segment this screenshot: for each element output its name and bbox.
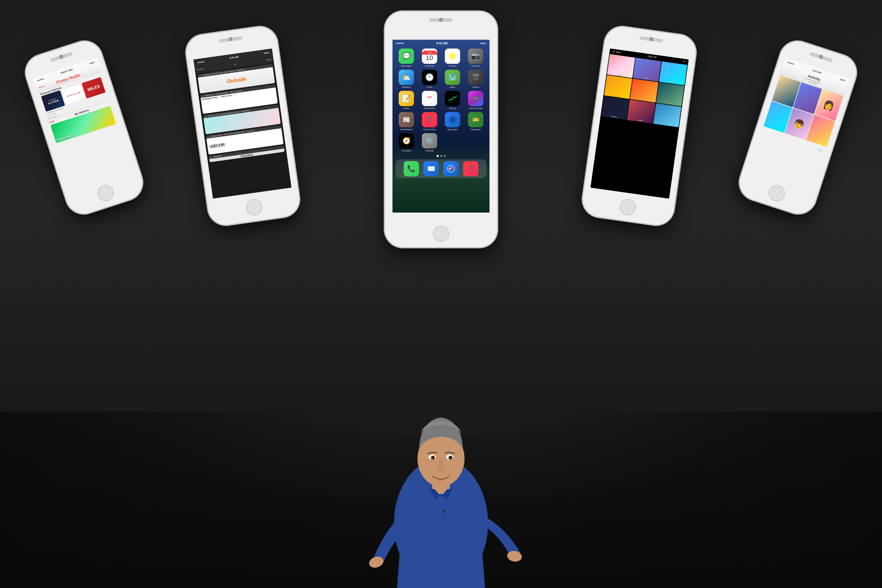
photo-city: Mono [607, 54, 635, 78]
notes-icon: 📝 [399, 91, 414, 106]
photo-night: Transfer [601, 96, 629, 120]
private-button[interactable]: Private [196, 68, 204, 71]
close-tab-outside[interactable]: ✕ [198, 75, 201, 78]
close-tab-decor[interactable]: ✕ [207, 136, 210, 140]
signal-far-right: ●●●●● [787, 61, 795, 65]
app-passbook[interactable]: 🎫 Passbook [465, 112, 486, 131]
settings-label: Settings [425, 149, 434, 152]
phone-body-center: ●●●●● 9:41 AM 100% 💬 Messages [385, 12, 497, 247]
app-calendar[interactable]: TUE 10 Calendar [419, 48, 440, 68]
app-camera[interactable]: 📷 Camera [465, 48, 486, 68]
photo-arch: Instant [627, 100, 656, 123]
decor-text: ≡DECOR [209, 142, 225, 149]
app-settings[interactable]: ⚙️ Settings [419, 133, 440, 152]
phone-center: ●●●●● 9:41 AM 100% 💬 Messages [385, 12, 497, 247]
svg-point-20 [432, 456, 434, 458]
passbook-label: Passbook [470, 128, 481, 131]
photo-golden: Fade [604, 75, 632, 99]
compass-label: Compass [401, 149, 411, 152]
phone-screen-far-left: ●●●●● Safari Tabs 100% iTunes Radio Hist… [33, 58, 134, 193]
page-dots [393, 154, 489, 158]
svg-point-21 [450, 456, 452, 458]
photos-label: Photos [449, 64, 456, 68]
hdr-label: HDR Off [647, 55, 657, 59]
stocks-icon [445, 91, 460, 106]
tonal-label: Tonal [644, 77, 648, 80]
home-button-far-left [95, 183, 116, 203]
gamecenter-icon: 🎮 [468, 91, 483, 106]
battery-near-left: 100% [264, 51, 269, 54]
phone-camera-center [439, 18, 443, 22]
app-reminders[interactable]: Reminders [419, 91, 440, 110]
page-dot-1 [440, 155, 442, 157]
dock-safari[interactable] [443, 161, 459, 176]
miles-label: MILES [87, 84, 100, 92]
app-notes[interactable]: 📝 Notes [396, 91, 417, 110]
new-tab-button[interactable]: + [233, 62, 236, 67]
stage: ●●●●● Safari Tabs 100% iTunes Radio Hist… [0, 0, 882, 588]
mono-label: Mono [618, 74, 622, 76]
dock-phone[interactable]: 📞 [404, 161, 419, 176]
presenter-figure [338, 323, 544, 588]
app-weather[interactable]: ⛅ Weather [396, 70, 417, 88]
fade-label: Fade [615, 94, 619, 97]
itunes-label: iTunes Store [423, 128, 436, 131]
calendar-icon: TUE 10 [422, 48, 437, 64]
calendar-label: Calendar [425, 64, 434, 68]
chrome-label: Chrome [640, 98, 646, 101]
noir-label: Noir [670, 81, 674, 83]
phone-far-left: ●●●●● Safari Tabs 100% iTunes Radio Hist… [21, 37, 146, 218]
app-clock[interactable]: 🕐 Clock [419, 70, 440, 88]
photo-ocean: Noir [659, 62, 687, 85]
phone-screen-near-right: ⚡ Auto HDR Off ⟳ Mono Tonal [590, 48, 688, 199]
newsstand-icon: 📰 [399, 112, 414, 127]
maps-icon: 🗺️ [445, 70, 460, 85]
page-dot-active [436, 155, 439, 157]
battery-far-left: 100% [89, 61, 95, 64]
app-appstore[interactable]: Ⓐ App Store [442, 112, 463, 131]
dummy [109, 102, 110, 105]
app-compass[interactable]: 🧭 Compass [396, 133, 417, 152]
home-button-near-right [619, 198, 637, 216]
dock-mail[interactable]: ✉️ [423, 161, 439, 176]
status-bar-center: ●●●●● 9:41 AM 100% [393, 40, 489, 47]
safari-tabs-screen: ●●●●● 9:41 AM 100% Private + Done [194, 48, 292, 199]
close-tab-everest[interactable]: ✕ [204, 116, 207, 119]
phone-screen-center: ●●●●● 9:41 AM 100% 💬 Messages [393, 40, 489, 213]
app-itunes[interactable]: 🎵 iTunes Store [419, 112, 440, 131]
videos-label: Videos [472, 86, 479, 88]
maps-label: Maps [450, 86, 455, 88]
app-gamecenter[interactable]: 🎮 Game Center [465, 91, 486, 110]
page-dot-2 [444, 155, 446, 157]
signal-icon: ●●●●● [37, 77, 44, 82]
camera-filter-screen: ⚡ Auto HDR Off ⟳ Mono Tonal [590, 48, 688, 199]
close-tab-pitchfork[interactable]: ✕ [210, 156, 213, 160]
photo-bridge: Tonal [633, 58, 661, 81]
app-newsstand[interactable]: 📰 Newsstand [396, 112, 417, 131]
music-icon: 🎵 [463, 161, 478, 176]
close-tab-bold[interactable]: ✕ [201, 95, 204, 99]
top100-label: iTunes Top 100 [66, 91, 81, 98]
notes-label: Notes [404, 107, 410, 110]
dock-music[interactable]: 🎵 [463, 161, 478, 176]
reminders-label: Reminders [424, 107, 435, 110]
reminders-icon [422, 91, 437, 106]
phone-body-far-right: ●●●●● 9:41 AM 100% Activity posted 38 ph… [735, 37, 860, 218]
camera-switch-icon: ⟳ [683, 60, 686, 63]
ios-dock: 📞 ✉️ [395, 159, 487, 178]
phone-near-right: ⚡ Auto HDR Off ⟳ Mono Tonal [581, 25, 698, 227]
app-videos[interactable]: 🎬 Videos [465, 70, 486, 88]
app-stocks[interactable]: Stocks [442, 91, 463, 110]
photos-icon [445, 48, 460, 64]
photo-sky [653, 103, 681, 127]
phone-icon: 📞 [404, 161, 419, 176]
signal-near-left: ●●●●● [197, 60, 205, 64]
done-button[interactable]: Done [266, 58, 272, 62]
app-photos[interactable]: Photos [442, 48, 463, 68]
edit-label: Edit [49, 120, 55, 124]
empty-slot-1 [442, 133, 463, 152]
mail-icon: ✉️ [423, 161, 439, 176]
app-maps[interactable]: 🗺️ Maps [442, 70, 463, 88]
app-messages[interactable]: 💬 Messages [396, 48, 417, 68]
phone-body-near-left: ●●●●● 9:41 AM 100% Private + Done [184, 25, 301, 227]
